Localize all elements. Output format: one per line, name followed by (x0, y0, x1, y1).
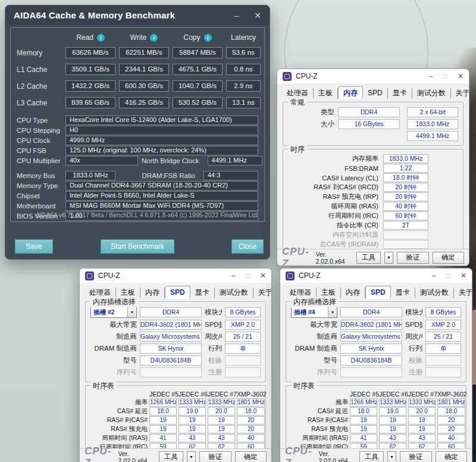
timing-value: 60 时钟 (383, 211, 428, 220)
cpuz-logo: CPU-Z (285, 445, 315, 462)
validate-button[interactable]: 验证 (199, 451, 231, 462)
module-size-value: 8 GBytes (425, 307, 461, 317)
timing-row: FSB:DRAM 1:22 (288, 164, 458, 173)
cpuz-footer: CPU-Z Ver. 2.02.0.x64 工具 ▼ 验证 确定 (277, 249, 469, 266)
version-text: Ver. 2.02.0.x64 (316, 251, 353, 265)
timing-value: 20 时钟 (383, 192, 428, 201)
ok-button[interactable]: 确定 (433, 252, 464, 264)
desktop: AIDA64 Cache & Memory Benchmark – ✕ Read… (0, 0, 476, 462)
chevron-down-icon[interactable]: ▼ (127, 307, 136, 317)
maximize-icon: □ (246, 271, 250, 280)
timings-table-header: JEDEC #5JEDEC #6JEDEC #7XMP-3602 (291, 391, 461, 398)
timing-value: 20 时钟 (383, 183, 428, 192)
timings-table-row: 频率 1266 MHz 1333 MHz 1333 MHz 1801 MHz (291, 398, 461, 407)
close-button[interactable]: Close (231, 239, 264, 254)
tab[interactable]: SPD (165, 286, 190, 298)
benchmark-row-label: L3 Cache (17, 99, 62, 107)
timing-value: 2T (383, 221, 428, 230)
cpu-fsb-row: CPU FSB 125.0 MHz (original: 100 MHz, ov… (17, 146, 258, 155)
cpuz-spd-window-slot2: CPU-Z – □ ✕ 处理器主板内存SPD显卡测试分数关于 内存插槽选择 插槽… (79, 268, 272, 462)
timing-label: 行周期时间 (tRC) (288, 211, 378, 220)
timing-label: 指令比率 (CR) (288, 221, 378, 230)
benchmark-latency-value: 2.9 ns (226, 80, 261, 92)
chevron-down-icon[interactable]: ▼ (328, 307, 337, 317)
validate-button[interactable]: 验证 (397, 252, 428, 264)
timings-table-row: RAS# 到CAS# 19 19 19 20 (291, 416, 461, 424)
tab[interactable]: 显卡 (388, 88, 412, 99)
tools-button[interactable]: 工具 (159, 451, 183, 462)
timing-value: 1833.0 MHz (383, 154, 428, 163)
tab[interactable]: 显卡 (391, 288, 415, 298)
tab[interactable]: 显卡 (190, 288, 215, 298)
spd-info-row: 序列号 注册 (291, 367, 461, 377)
close-icon[interactable]: ✕ (254, 11, 261, 20)
module-size-label: 模块大小 (405, 308, 422, 317)
minimize-icon[interactable]: – (432, 271, 436, 280)
info-icon[interactable]: i (97, 34, 105, 42)
tab[interactable]: SPD (365, 286, 391, 298)
tab[interactable]: 主板 (314, 88, 338, 99)
timings-column-header: JEDEC #6 (379, 391, 406, 398)
cpuz-logo: CPU-Z (84, 445, 115, 462)
benchmark-row: L2 Cache 1432.2 GB/s 600.30 GB/s 1040.7 … (17, 80, 258, 92)
tab[interactable]: 测试分数 (412, 88, 451, 99)
motherboard-row: Motherboard MSI MAG B660M Mortar Max WiF… (17, 201, 258, 211)
timings-table-row: 频率 1266 MHz 1333 MHz 1333 MHz 1801 MHz (90, 398, 261, 407)
save-button[interactable]: Save (15, 239, 53, 254)
chipset-row: Chipset Intel Alder Point-S B660, Intel … (17, 191, 258, 201)
validate-button[interactable]: 验证 (400, 451, 431, 462)
tab[interactable]: 关于 (454, 288, 472, 298)
tools-button[interactable]: 工具 (359, 451, 384, 462)
timings-column-header: JEDEC #5 (350, 391, 377, 398)
timings-table-row: CAS# 延迟 18.0 19.0 20.0 18.0 (291, 407, 461, 416)
timings-table-row: 周期时间 (tRAS) 41 43 43 40 (90, 434, 261, 442)
slot-select[interactable]: 插槽 #2 ▼ (90, 307, 137, 318)
tab[interactable]: 内存 (341, 288, 365, 298)
info-icon[interactable]: i (150, 34, 158, 42)
start-benchmark-button[interactable]: Start Benchmark (101, 239, 174, 254)
timing-row: 内存频率 1833.0 MHz (288, 154, 458, 163)
tab[interactable]: 关于 (451, 88, 469, 99)
window-title: AIDA64 Cache & Memory Benchmark (14, 10, 175, 20)
timing-label: RAS# 到CAS# (tRCD) (288, 183, 378, 192)
info-icon[interactable]: i (204, 34, 212, 42)
spd-info-row: 制造商 Galaxy Microsystems Ltd. 周次/年份 25 / … (291, 332, 461, 342)
tools-dropdown-icon[interactable]: ▼ (384, 252, 393, 264)
spd-info-row: 最大带宽 DDR4-3602 (1801 MHz) SPD扩展 XMP 2.0 (90, 320, 261, 330)
close-icon[interactable]: ✕ (458, 72, 464, 80)
timing-value: 1:22 (383, 164, 428, 173)
spd-info-row: 最大带宽 DDR4-3602 (1801 MHz) SPD扩展 XMP 2.0 (291, 320, 461, 330)
tools-dropdown-icon[interactable]: ▼ (187, 451, 196, 462)
minimize-icon[interactable]: – (234, 11, 239, 20)
size-value: 16 GBytes (338, 119, 400, 129)
tools-button[interactable]: 工具 (356, 252, 381, 264)
module-size-value: 8 GBytes (225, 307, 261, 317)
minimize-icon[interactable]: – (429, 72, 433, 80)
timings-column-header: JEDEC #6 (178, 391, 206, 398)
spd-info-row: 型号 D4U0836184B 校验 (291, 355, 461, 366)
timing-label: 循环周期 (tRAS) (288, 202, 378, 211)
timing-value: 18.0 时钟 (383, 173, 428, 182)
close-icon[interactable]: ✕ (461, 271, 466, 280)
channels-value: 2 x 64-bit (407, 107, 458, 117)
benchmark-row-label: L1 Cache (17, 65, 62, 74)
timings-table-header: JEDEC #5JEDEC #6JEDEC #7XMP-3602 (90, 391, 261, 398)
tab[interactable]: 内存 (338, 86, 363, 99)
slot-select[interactable]: 插槽 #4 ▼ (291, 307, 337, 318)
tab[interactable]: 测试分数 (215, 288, 253, 298)
tools-dropdown-icon[interactable]: ▼ (387, 451, 396, 462)
minimize-icon[interactable]: – (231, 271, 236, 280)
tab[interactable]: 关于 (253, 288, 272, 298)
timing-row: RAS# 预充电 (tRP) 20 时钟 (288, 192, 458, 201)
close-icon[interactable]: ✕ (260, 271, 266, 280)
benchmark-row: L3 Cache 839.65 GB/s 416.25 GB/s 530.52 … (17, 97, 258, 108)
timings-table-row: RAS# 预充电 19 19 19 20 (291, 425, 461, 433)
tab[interactable]: SPD (363, 88, 388, 99)
cpuz-spd-window-slot4: CPU-Z – □ ✕ 处理器主板内存SPD显卡测试分数关于 内存插槽选择 插槽… (280, 268, 472, 462)
ok-button[interactable]: 确定 (436, 451, 467, 462)
tab[interactable]: 测试分数 (415, 288, 454, 298)
tab[interactable]: 内存 (140, 288, 165, 298)
ok-button[interactable]: 确定 (235, 451, 267, 462)
timing-row: 循环周期 (tRAS) 40 时钟 (288, 202, 458, 211)
timings-group: 时序 内存频率 1833.0 MHz FSB:DRAM 1:22 CAS# La… (283, 149, 464, 262)
